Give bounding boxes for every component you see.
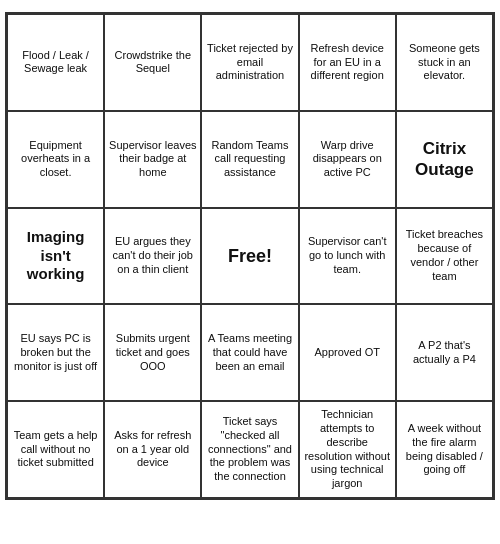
bingo-cell-3[interactable]: Refresh device for an EU in a different …: [299, 14, 396, 111]
bingo-cell-6[interactable]: Supervisor leaves their badge at home: [104, 111, 201, 208]
bingo-cell-9[interactable]: Citrix Outage: [396, 111, 493, 208]
bingo-cell-18[interactable]: Approved OT: [299, 304, 396, 401]
bingo-cell-21[interactable]: Asks for refresh on a 1 year old device: [104, 401, 201, 498]
bingo-cell-1[interactable]: Crowdstrike the Sequel: [104, 14, 201, 111]
bingo-cell-0[interactable]: Flood / Leak / Sewage leak: [7, 14, 104, 111]
bingo-cell-17[interactable]: A Teams meeting that could have been an …: [201, 304, 298, 401]
bingo-cell-16[interactable]: Submits urgent ticket and goes OOO: [104, 304, 201, 401]
bingo-cell-2[interactable]: Ticket rejected by email administration: [201, 14, 298, 111]
bingo-cell-15[interactable]: EU says PC is broken but the monitor is …: [7, 304, 104, 401]
bingo-cell-14[interactable]: Ticket breaches because of vendor / othe…: [396, 208, 493, 305]
bingo-grid: Flood / Leak / Sewage leakCrowdstrike th…: [5, 12, 495, 500]
bingo-cell-11[interactable]: EU argues they can't do their job on a t…: [104, 208, 201, 305]
bingo-cell-5[interactable]: Equipment overheats in a closet.: [7, 111, 104, 208]
bingo-cell-13[interactable]: Supervisor can't go to lunch with team.: [299, 208, 396, 305]
bingo-cell-22[interactable]: Ticket says "checked all connections" an…: [201, 401, 298, 498]
bingo-cell-20[interactable]: Team gets a help call without no ticket …: [7, 401, 104, 498]
bingo-cell-7[interactable]: Random Teams call requesting assistance: [201, 111, 298, 208]
bingo-cell-8[interactable]: Warp drive disappears on active PC: [299, 111, 396, 208]
bingo-cell-24[interactable]: A week without the fire alarm being disa…: [396, 401, 493, 498]
bingo-cell-12[interactable]: Free!: [201, 208, 298, 305]
bingo-cell-23[interactable]: Technician attempts to describe resoluti…: [299, 401, 396, 498]
bingo-cell-4[interactable]: Someone gets stuck in an elevator.: [396, 14, 493, 111]
bingo-cell-19[interactable]: A P2 that's actually a P4: [396, 304, 493, 401]
bingo-title: [5, 0, 495, 12]
bingo-cell-10[interactable]: Imaging isn't working: [7, 208, 104, 305]
